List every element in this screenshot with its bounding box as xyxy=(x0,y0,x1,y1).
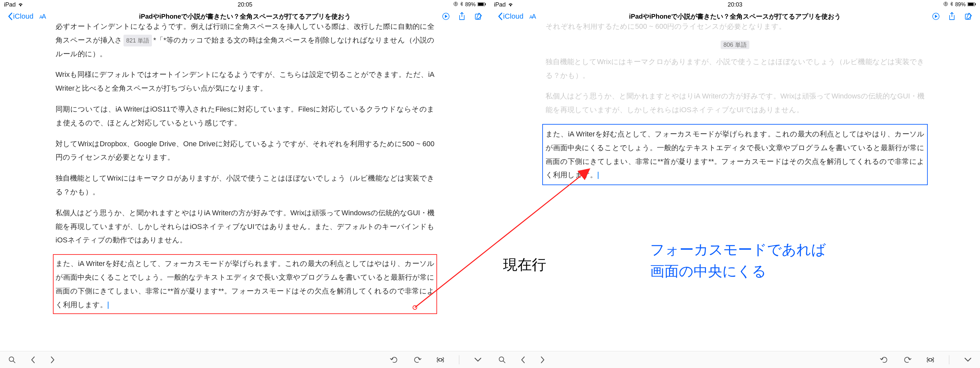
play-icon[interactable] xyxy=(932,13,940,20)
chevron-down-icon[interactable] xyxy=(474,358,482,362)
screenshot-left: iPad 20:05 89% iCloud AA iPadやiPhoneで小説が… xyxy=(0,0,490,368)
svg-rect-2 xyxy=(478,3,484,6)
device-label: iPad xyxy=(494,1,506,8)
orientation-lock-icon xyxy=(943,2,948,8)
next-icon[interactable] xyxy=(50,356,55,363)
clock: 20:03 xyxy=(727,1,742,8)
toolbar-separator xyxy=(949,355,949,365)
device-label: iPad xyxy=(4,1,16,8)
paragraph: Wrixも同様にデフォルトではオートインデントになるようですが、こちらは設定で切… xyxy=(56,68,434,95)
compose-icon[interactable] xyxy=(964,13,972,20)
undo-icon[interactable] xyxy=(390,357,398,363)
paragraph: 私個人はどう思うか、と聞かれますとやはりiA Writerの方が好みです。Wri… xyxy=(56,206,434,247)
editor-content[interactable]: 必ずオートインデントになるようです。例えば行頭に全角スペースを挿入している際は、… xyxy=(0,24,490,351)
font-size-button[interactable]: AA xyxy=(529,13,535,20)
command-icon[interactable] xyxy=(927,356,934,363)
paragraph-dimmed: 私個人はどう思うか、と聞かれますとやはりiA Writerの方が好みです。Wri… xyxy=(546,89,924,117)
undo-icon[interactable] xyxy=(880,357,888,363)
back-label: iCloud xyxy=(503,12,523,21)
paragraph: 対してWrixはDropbox、Google Drive、One Driveに対… xyxy=(56,137,434,165)
svg-rect-10 xyxy=(975,3,976,5)
bluetooth-icon xyxy=(950,2,953,8)
battery-percent: 89% xyxy=(955,2,966,8)
search-icon[interactable] xyxy=(498,356,506,363)
battery-icon xyxy=(967,2,976,8)
prev-icon[interactable] xyxy=(31,356,35,363)
text-caret xyxy=(598,172,598,179)
word-count-badge: 806 単語 xyxy=(721,40,749,49)
command-icon[interactable] xyxy=(437,356,444,363)
search-icon[interactable] xyxy=(8,356,16,363)
redo-icon[interactable] xyxy=(903,357,912,363)
current-line-highlight: また、iA Writerを好む点として、フォーカスモードが挙げられます。これの最… xyxy=(53,254,437,314)
document-title: iPadやiPhoneで小説が書きたい？全角スペースが打てるアプリを使おう xyxy=(139,12,351,21)
share-icon[interactable] xyxy=(459,12,465,21)
compose-icon[interactable] xyxy=(474,13,482,20)
orientation-lock-icon xyxy=(453,2,458,8)
paragraph-dimmed: それぞれを利用するために500 ~ 600円のライセンスが必要となります。 xyxy=(546,24,924,34)
prev-icon[interactable] xyxy=(521,356,525,363)
text-caret xyxy=(108,302,108,309)
editor-content[interactable]: それぞれを利用するために500 ~ 600円のライセンスが必要となります。 80… xyxy=(490,24,980,351)
word-count-badge: 821 単語 xyxy=(124,35,152,46)
focus-line-highlight: また、iA Writerを好む点として、フォーカスモードが挙げられます。これの最… xyxy=(542,124,928,185)
share-icon[interactable] xyxy=(949,12,955,21)
document-title: iPadやiPhoneで小説が書きたい？全角スペースが打てるアプリを使おう xyxy=(629,12,841,21)
clock: 20:05 xyxy=(237,1,252,8)
svg-rect-9 xyxy=(968,3,974,6)
battery-icon xyxy=(477,2,486,8)
next-icon[interactable] xyxy=(540,356,545,363)
status-bar: iPad 20:03 89% xyxy=(490,0,980,9)
paragraph: また、iA Writerを好む点として、フォーカスモードが挙げられます。これの最… xyxy=(56,257,434,311)
nav-bar: iCloud AA iPadやiPhoneで小説が書きたい？全角スペースが打てる… xyxy=(490,9,980,24)
svg-rect-3 xyxy=(485,3,486,5)
font-size-button[interactable]: AA xyxy=(39,13,45,20)
toolbar-separator xyxy=(459,355,459,365)
paragraph: 独自機能としてWrixにはキーマクロがありますが、小説で使うことはほぼないでしょ… xyxy=(56,171,434,199)
redo-icon[interactable] xyxy=(413,357,422,363)
wifi-icon xyxy=(508,2,514,7)
paragraph: 必ずオートインデントになるようです。例えば行頭に全角スペースを挿入している際は、… xyxy=(56,24,434,61)
paragraph: また、iA Writerを好む点として、フォーカスモードが挙げられます。これの最… xyxy=(546,127,924,182)
back-button[interactable]: iCloud xyxy=(8,12,33,21)
bottom-toolbar xyxy=(490,351,980,368)
nav-bar: iCloud AA iPadやiPhoneで小説が書きたい？全角スペースが打てる… xyxy=(0,9,490,24)
status-bar: iPad 20:05 89% xyxy=(0,0,490,9)
back-label: iCloud xyxy=(13,12,33,21)
screenshot-right: iPad 20:03 89% iCloud AA iPadやiPhoneで小説が… xyxy=(490,0,980,368)
bottom-toolbar xyxy=(0,351,490,368)
chevron-down-icon[interactable] xyxy=(964,358,972,362)
paragraph-dimmed: 独自機能としてWrixにはキーマクロがありますが、小説で使うことはほぼないでしょ… xyxy=(546,55,924,82)
battery-percent: 89% xyxy=(465,2,476,8)
bluetooth-icon xyxy=(460,2,463,8)
wifi-icon xyxy=(18,2,24,7)
paragraph: 同期については、iA WriterはiOS11で導入されたFilesに対応してい… xyxy=(56,102,434,130)
play-icon[interactable] xyxy=(442,13,450,20)
back-button[interactable]: iCloud xyxy=(498,12,523,21)
